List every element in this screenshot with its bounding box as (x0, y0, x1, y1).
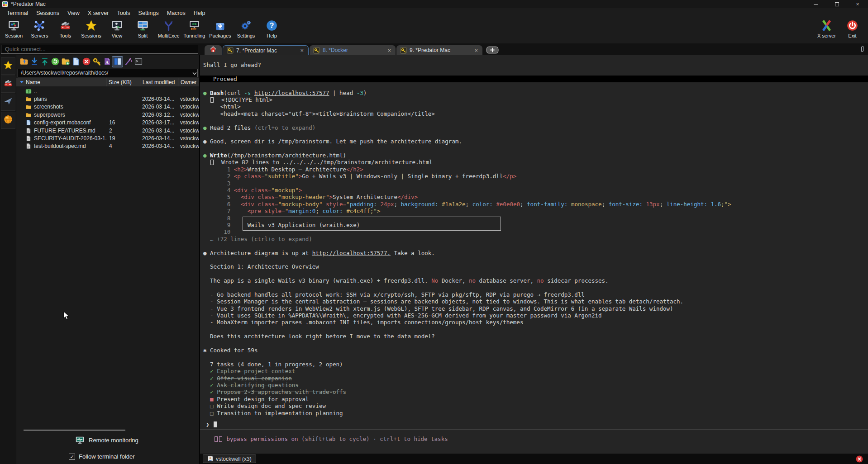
column-header-last-modified[interactable]: Last modified (140, 78, 178, 86)
terminal-line (203, 340, 868, 347)
sidebar-globe-button[interactable] (1, 112, 15, 129)
menu-help[interactable]: Help (190, 9, 210, 17)
toolbar-label: View (112, 33, 123, 38)
remote-monitoring-button[interactable]: Remote monitoring (75, 436, 138, 445)
upload-button[interactable] (39, 57, 50, 67)
status-bar-session-tab[interactable]: vstockwell (x3) (203, 455, 256, 463)
sidebar-star-button[interactable] (1, 57, 15, 75)
toolbar-label: Tools (60, 33, 72, 38)
column-header-owner[interactable]: Owner (178, 78, 199, 86)
terminal-line: - Session Manager is the central abstrac… (203, 298, 868, 305)
file-row[interactable]: test-buildout-spec.md42026-03-14...vstoc… (16, 142, 199, 150)
file-modified: 2026-03-14... (140, 135, 178, 142)
file-row[interactable]: superpowers2026-03-12...vstockw (16, 111, 199, 118)
prompt-line: ❯ (206, 421, 868, 428)
path-input[interactable] (18, 69, 198, 77)
toolbar-x-server-button[interactable]: X server (814, 19, 839, 38)
prompt-symbol: ❯ (206, 421, 210, 428)
toolbar-session-button[interactable]: Session (1, 19, 27, 38)
toolbar-settings-button[interactable]: Settings (233, 19, 259, 38)
paperclip-icon[interactable] (858, 44, 866, 54)
main-area: A NameSize (KB)Last modifiedOwner ..plan… (0, 55, 868, 464)
close-button[interactable]: × (847, 0, 868, 8)
minimize-button[interactable] (806, 0, 826, 8)
new-tab-button[interactable] (486, 46, 499, 54)
follow-terminal-folder-checkbox[interactable]: ✓ (69, 454, 75, 460)
tab-strip: 7. *Predator Mac×8. *Docker×9. *Predator… (205, 43, 499, 55)
sidebar-knife-button[interactable] (1, 76, 15, 93)
key-icon (227, 47, 234, 54)
terminal-line: □ Transition to implementation planning (203, 410, 868, 417)
terminal-line (203, 82, 868, 89)
download-button[interactable] (29, 57, 39, 67)
toolbar-servers-button[interactable]: Servers (27, 19, 52, 38)
terminal-line: ✱ Cooked for 59s (203, 347, 868, 354)
file-row[interactable]: .. (16, 87, 199, 95)
terminal-line: 7 <pre style="margin:0; color: #c4c4ff;"… (203, 208, 868, 214)
refresh-button[interactable] (50, 57, 60, 67)
star-icon (85, 19, 97, 32)
menu-view[interactable]: View (63, 9, 84, 17)
terminal-line: Section 1: Architecture Overview (203, 263, 868, 270)
menu-bar: TerminalSessionsViewX serverToolsSetting… (0, 8, 868, 18)
new-file-button[interactable] (71, 57, 81, 67)
close-session-icon[interactable] (855, 455, 863, 463)
monitor-pulse-icon (75, 436, 85, 445)
close-icon[interactable]: × (299, 47, 305, 54)
file-size: 4 (106, 143, 140, 149)
prompt-input-box[interactable]: ❯ (200, 419, 868, 430)
remote-monitoring-label: Remote monitoring (89, 437, 138, 444)
terminal-line: <head><meta charset="utf-8"><title>Brain… (203, 110, 868, 117)
toolbar-view-button[interactable]: View (104, 19, 130, 38)
toolbar-tunneling-button[interactable]: Tunneling (181, 19, 207, 38)
status-tab-label: vstockwell (x3) (216, 456, 252, 462)
new-folder-button[interactable] (60, 57, 71, 67)
file-row[interactable]: FUTURE-FEATURES.md22026-03-14...vstockw (16, 127, 199, 134)
quick-connect-input[interactable] (1, 45, 198, 54)
close-icon[interactable]: × (386, 47, 392, 54)
terminal-tab-9-predator-mac[interactable]: 9. *Predator Mac× (396, 45, 482, 55)
tab-home[interactable] (205, 45, 222, 55)
folder-icon (25, 96, 32, 102)
key-button[interactable] (91, 57, 102, 67)
dual-pane-button[interactable] (112, 57, 123, 67)
window-controls: × (806, 0, 868, 8)
file-row[interactable]: SECURITY-AUDIT-2026-03-1...192026-03-14.… (16, 134, 199, 142)
menu-sessions[interactable]: Sessions (32, 9, 63, 17)
menu-tools[interactable]: Tools (113, 9, 134, 17)
toolbar-multiexec-button[interactable]: MultiExec (156, 19, 181, 38)
svg-text:A: A (105, 60, 109, 65)
menu-settings[interactable]: Settings (134, 9, 163, 17)
terminal-line: ■ Present design for approval (203, 396, 868, 402)
terminal-tab-7-predator-mac[interactable]: 7. *Predator Mac× (223, 45, 309, 55)
terminal[interactable]: Shall I go ahead? Proceed ● Bash(curl -s… (200, 55, 868, 454)
close-icon[interactable]: × (473, 47, 479, 54)
settings-icon (240, 19, 252, 32)
parent-dir-button[interactable] (19, 57, 29, 67)
delete-button[interactable] (81, 57, 91, 67)
file-row[interactable]: screenshots2026-03-14...vstockw (16, 103, 199, 111)
menu-x-server[interactable]: X server (84, 9, 113, 17)
bottom-status-bar: vstockwell (x3) (200, 454, 868, 464)
terminal-tab-8-docker[interactable]: 8. *Docker× (310, 45, 396, 55)
toolbar-exit-button[interactable]: Exit (839, 19, 865, 38)
file-row[interactable]: config-export.mobaconf162026-03-17...vst… (16, 119, 199, 127)
file-modified: 2026-03-12... (140, 112, 178, 118)
toolbar-tools-button[interactable]: Tools (52, 19, 78, 38)
column-header-size-kb-[interactable]: Size (KB) (106, 78, 140, 86)
maximize-button[interactable] (826, 0, 847, 8)
font-file-button[interactable]: A (102, 57, 112, 67)
menu-terminal[interactable]: Terminal (3, 9, 32, 17)
toolbar-split-button[interactable]: Split (130, 19, 156, 38)
wand-button[interactable] (123, 57, 133, 67)
menu-macros[interactable]: Macros (163, 9, 190, 17)
sidebar-plane-button[interactable] (1, 94, 15, 111)
key-icon (313, 47, 320, 54)
column-header-name[interactable]: Name (16, 78, 106, 86)
toolbar-sessions-button[interactable]: Sessions (78, 19, 104, 38)
terminal-line: 6 <div class="mockup-body" style="paddin… (203, 201, 868, 208)
terminal-button-button[interactable] (133, 57, 143, 67)
file-row[interactable]: plans2026-03-14...vstockw (16, 95, 199, 103)
toolbar-packages-button[interactable]: Packages (207, 19, 233, 38)
toolbar-help-button[interactable]: ?Help (259, 19, 285, 38)
